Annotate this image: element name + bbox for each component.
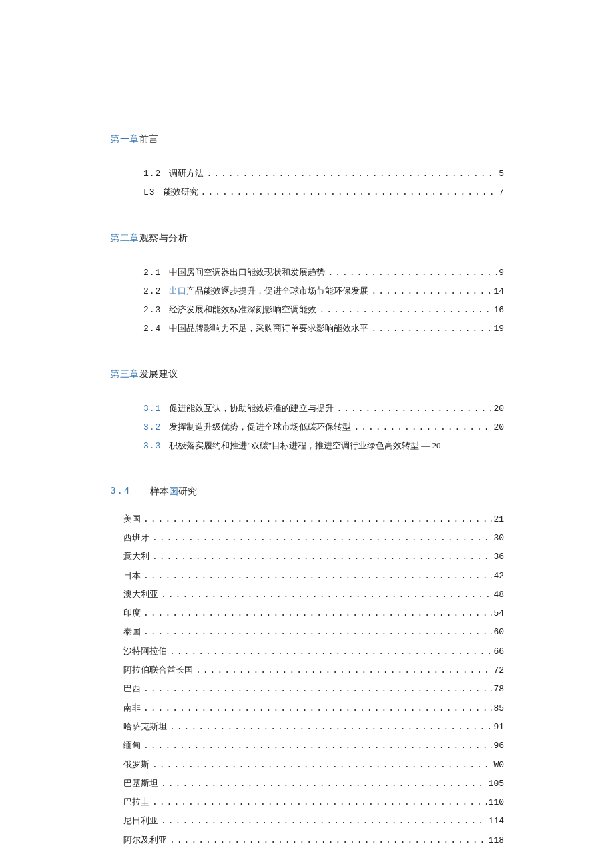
- toc-entry[interactable]: 泰国60: [123, 622, 504, 641]
- toc-entry[interactable]: 沙特阿拉伯66: [123, 642, 504, 661]
- toc-leader: [141, 510, 492, 528]
- toc-entry[interactable]: 2.4中国品牌影响力不足，采购商订单要求影响能效水平19: [143, 319, 504, 338]
- toc-entry-title: 沙特阿拉伯: [123, 642, 167, 660]
- toc-page-number: 16: [492, 301, 504, 319]
- toc-entry[interactable]: 2.3经济发展和能效标准深刻影响空调能效16: [143, 300, 504, 319]
- toc-entry-title: 阿尔及利亚: [123, 831, 167, 849]
- toc-entry-title: 中国品牌影响力不足，采购商订单要求影响能效水平: [169, 319, 368, 337]
- toc-entry-num: 2.1: [143, 264, 161, 282]
- toc-leader: [316, 301, 492, 319]
- toc-entry-title: 发挥制造升级优势，促进全球市场低碳环保转型: [169, 418, 351, 436]
- toc-entry[interactable]: 巴拉圭110: [123, 793, 504, 811]
- toc-leader: [158, 586, 492, 604]
- toc-entry[interactable]: L3能效研究7: [143, 183, 504, 201]
- chapter-1-heading: 第一章前言: [110, 133, 504, 145]
- toc-page-number: 118: [487, 831, 504, 849]
- toc-entry[interactable]: 缅甸96: [123, 736, 504, 755]
- toc-page-number: 19: [492, 320, 504, 338]
- toc-leader: [141, 699, 492, 717]
- toc-entry-title: 积极落实履约和推进"双碳"目标进程，推进空调行业绿色高效转型 — 20: [169, 436, 440, 454]
- toc-page-number: 36: [492, 548, 504, 566]
- toc-page-number: 7: [497, 183, 504, 201]
- toc-entry-title: 巴西: [123, 679, 141, 697]
- toc-leader: [198, 183, 498, 201]
- chapter-1-title: 前言: [139, 134, 159, 144]
- toc-leader: [141, 604, 492, 622]
- toc-leader: [334, 400, 492, 418]
- toc-entry[interactable]: 俄罗斯W0: [123, 755, 504, 774]
- toc-entry[interactable]: 3.1促进能效互认，协助能效标准的建立与提升20: [143, 399, 504, 418]
- section-3-4-title: 样本国研究: [150, 486, 197, 498]
- toc-leader: [158, 775, 487, 793]
- toc-entry[interactable]: 日本42: [123, 566, 504, 585]
- toc-entry[interactable]: 巴西78: [123, 679, 504, 698]
- toc-entry-num: 3.2: [143, 418, 161, 436]
- toc-entry[interactable]: 美国21: [123, 510, 504, 528]
- chapter-3-heading: 第三章发展建议: [110, 368, 504, 380]
- toc-entry-title: 澳大利亚: [123, 585, 158, 603]
- toc-entry-title: 出口产品能效逐步提升，促进全球市场节能环保发展: [169, 282, 368, 300]
- toc-entry-title: 缅甸: [123, 736, 141, 754]
- toc-leader: [167, 718, 492, 736]
- toc-leader: [141, 680, 492, 698]
- toc-entry[interactable]: 3.2发挥制造升级优势，促进全球市场低碳环保转型20: [143, 418, 504, 436]
- toc-entry-title: 中国房间空调器出口能效现状和发展趋势: [169, 263, 325, 281]
- toc-leader: [368, 282, 492, 300]
- toc-page-number: 91: [492, 718, 504, 736]
- toc-entry-title: 美国: [123, 510, 141, 528]
- toc-entry[interactable]: 阿尔及利亚118: [123, 831, 504, 849]
- toc-entry-title: 南非: [123, 699, 141, 717]
- toc-entry-title: 俄罗斯: [123, 755, 149, 773]
- toc-entry[interactable]: 巴基斯坦105: [123, 774, 504, 793]
- chapter-3-items: 3.1促进能效互认，协助能效标准的建立与提升203.2发挥制造升级优势，促进全球…: [143, 399, 504, 456]
- toc-entry[interactable]: 1.2调研方法5: [143, 164, 504, 183]
- toc-entry[interactable]: 哈萨克斯坦91: [123, 717, 504, 736]
- toc-page-number: 14: [492, 282, 504, 300]
- toc-page-number: 78: [492, 680, 504, 698]
- chapter-2-heading: 第二章观察与分析: [110, 232, 504, 244]
- toc-leader: [149, 529, 492, 547]
- toc-leader: [141, 623, 492, 641]
- toc-entry[interactable]: 阿拉伯联合酋长国72: [123, 661, 504, 679]
- toc-entry-num: L3: [143, 183, 156, 201]
- toc-page-number: 42: [492, 567, 504, 585]
- toc-entry-title: 西班牙: [123, 528, 149, 546]
- toc-page-number: W0: [492, 756, 504, 774]
- toc-entry-title: 经济发展和能效标准深刻影响空调能效: [169, 300, 316, 318]
- toc-entry[interactable]: 3.3积极落实履约和推进"双碳"目标进程，推进空调行业绿色高效转型 — 20: [143, 436, 504, 455]
- toc-page-number: 20: [492, 418, 504, 436]
- toc-entry[interactable]: 2.2出口产品能效逐步提升，促进全球市场节能环保发展14: [143, 282, 504, 300]
- toc-leader: [158, 812, 487, 830]
- toc-entry[interactable]: 南非85: [123, 699, 504, 717]
- toc-entry-title: 印度: [123, 604, 141, 622]
- toc-entry[interactable]: 澳大利亚48: [123, 585, 504, 604]
- chapter-2-items: 2.1中国房间空调器出口能效现状和发展趋势92.2出口产品能效逐步提升，促进全球…: [143, 263, 504, 338]
- toc-entry-title: 调研方法: [169, 164, 204, 182]
- toc-leader: [325, 264, 497, 282]
- toc-entry-title: 日本: [123, 566, 141, 584]
- chapter-2-title: 观察与分析: [139, 233, 188, 243]
- toc-page-number: 66: [492, 642, 504, 661]
- toc-entry-num: 1.2: [143, 165, 161, 183]
- toc-page-number: 54: [492, 604, 504, 622]
- toc-entry-title: 阿拉伯联合酋长国: [123, 661, 193, 679]
- toc-entry[interactable]: 意大利36: [123, 547, 504, 566]
- toc-entry-title: 哈萨克斯坦: [123, 717, 167, 735]
- toc-entry[interactable]: 2.1中国房间空调器出口能效现状和发展趋势9: [143, 263, 504, 282]
- toc-leader: [204, 165, 497, 183]
- toc-entry[interactable]: 印度54: [123, 604, 504, 622]
- toc-leader: [351, 418, 492, 436]
- toc-entry-num: 3.1: [143, 400, 161, 418]
- chapter-3-label: 第三章: [110, 369, 139, 379]
- toc-entry[interactable]: 西班牙30: [123, 528, 504, 547]
- toc-page-number: 48: [492, 586, 504, 604]
- toc-entry-title: 促进能效互认，协助能效标准的建立与提升: [169, 399, 334, 417]
- toc-entry-title: 巴基斯坦: [123, 774, 158, 792]
- toc-page-number: 9: [497, 264, 504, 282]
- toc-leader: [141, 737, 492, 755]
- toc-entry[interactable]: 尼日利亚114: [123, 811, 504, 830]
- chapter-3-title: 发展建议: [139, 369, 178, 379]
- toc-entry-num: 2.2: [143, 282, 161, 300]
- toc-page-number: 85: [492, 699, 504, 717]
- country-list: 美国21西班牙30意大利36日本42澳大利亚48印度54泰国60沙特阿拉伯66阿…: [123, 510, 504, 849]
